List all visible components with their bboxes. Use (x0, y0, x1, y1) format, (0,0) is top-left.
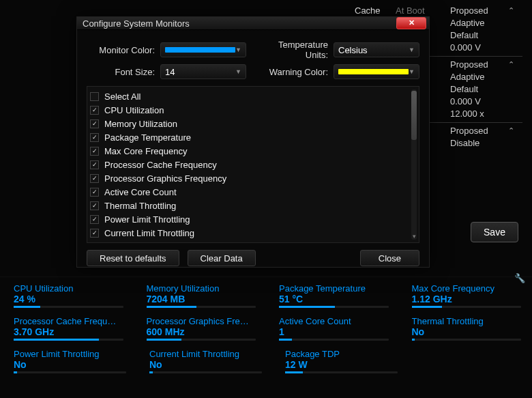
monitor-tile[interactable]: CPU Utilization24 % (14, 283, 123, 308)
monitor-tile[interactable]: Current Limit ThrottlingNo (149, 349, 262, 373)
chevron-down-icon[interactable]: ▾ (411, 233, 417, 240)
bg-row-header: Cache At Boot Proposed ⌃ (355, 4, 522, 16)
monitor-value: 51 °C (279, 294, 389, 304)
checklist-item[interactable]: Current Limit Throttling (90, 226, 413, 240)
monitor-title: Package TDP (285, 349, 398, 359)
checkbox[interactable] (90, 215, 99, 224)
configure-monitors-dialog: Configure System Monitors ✕ Monitor Colo… (76, 16, 430, 268)
bg-dis-v: Disable (450, 138, 505, 148)
chevron-down-icon: ▼ (235, 68, 241, 75)
monitor-tile[interactable]: Thermal ThrottlingNo (412, 316, 522, 341)
bg-proposed-header: Proposed (450, 5, 505, 16)
bg-b-r1-v: Adaptive (450, 72, 505, 82)
bg-a-r2-v: Default (450, 30, 505, 40)
chevron-up-icon[interactable]: ⌃ (505, 6, 514, 15)
dialog-title: Configure System Monitors (83, 18, 396, 29)
bg-b-r2-v: Default (450, 84, 505, 94)
wrench-icon[interactable]: 🔧 (514, 273, 525, 283)
checkbox[interactable] (90, 201, 99, 210)
chevron-down-icon: ▼ (235, 46, 241, 53)
monitor-value: 12 W (285, 359, 398, 370)
checklist-label: Power Limit Throttling (104, 214, 190, 225)
bg-p1-v: Proposed (450, 59, 505, 70)
checklist-item[interactable]: Package Temperature (90, 130, 413, 144)
monitor-value: 1 (279, 326, 389, 337)
checkbox[interactable] (90, 119, 99, 128)
monitor-title: Current Limit Throttling (149, 349, 262, 359)
monitor-tile[interactable]: Processor Cache Frequ…3.70 GHz (14, 316, 123, 341)
checklist-item[interactable]: Power Limit Throttling (90, 212, 413, 226)
monitor-tile[interactable]: Max Core Frequency1.12 GHz (412, 283, 522, 308)
monitor-bar (279, 339, 389, 341)
checklist-label: Package Temperature (104, 132, 191, 143)
monitor-tile[interactable]: Processor Graphics Fre…600 MHz (147, 316, 256, 341)
checklist-item[interactable]: Thermal Throttling (90, 199, 413, 212)
reset-defaults-button[interactable]: Reset to defaults (87, 250, 179, 266)
monitor-title: Processor Graphics Fre… (147, 316, 256, 326)
monitor-value: 3.70 GHz (14, 326, 123, 337)
checkbox[interactable] (90, 160, 99, 169)
checklist-item[interactable]: CPU Utilization (90, 103, 413, 117)
monitor-tile[interactable]: Package Temperature51 °C (279, 283, 389, 308)
monitor-bar (149, 371, 262, 373)
monitor-tile[interactable]: Package TDP12 W (285, 349, 398, 373)
monitor-title: Thermal Throttling (412, 316, 522, 326)
dialog-titlebar[interactable]: Configure System Monitors ✕ (77, 17, 429, 30)
checkbox[interactable] (90, 92, 99, 101)
scrollbar-thumb[interactable] (411, 91, 417, 140)
font-size-combo[interactable]: 14 ▼ (160, 64, 246, 79)
warning-color-combo[interactable]: ▼ (334, 64, 419, 79)
monitor-checklist[interactable]: Select AllCPU UtilizationMemory Utilizat… (87, 86, 419, 243)
checklist-item[interactable]: Max Core Frequency (90, 144, 413, 158)
bg-b-r3-v: 0.000 V (450, 96, 505, 106)
temp-units-label: Temperature Units: (260, 40, 328, 60)
chevron-up-icon[interactable]: ⌃ (505, 60, 514, 69)
bg-a-r1-v: Adaptive (450, 18, 505, 28)
warning-color-label: Warning Color: (260, 67, 328, 77)
monitor-tile[interactable]: Power Limit ThrottlingNo (14, 349, 126, 373)
monitor-title: CPU Utilization (14, 283, 123, 294)
monitor-tile[interactable]: Memory Utilization7204 MB (147, 283, 256, 308)
section-divider (0, 276, 532, 277)
checkbox[interactable] (90, 229, 99, 238)
monitor-bar (147, 339, 256, 341)
checklist-item[interactable]: Processor Graphics Frequency (90, 171, 413, 185)
chevron-up-icon[interactable]: ⌃ (505, 126, 514, 135)
checklist-item[interactable]: Processor Cache Frequency (90, 158, 413, 171)
checklist-item[interactable]: Memory Utilization (90, 117, 413, 130)
monitor-tile[interactable]: Active Core Count1 (279, 316, 389, 341)
monitor-title: Power Limit Throttling (14, 349, 126, 359)
close-icon[interactable]: ✕ (396, 17, 426, 29)
checklist-label: Thermal Throttling (104, 201, 176, 211)
monitor-title: Active Core Count (279, 316, 389, 326)
bg-b-r4-v: 12.000 x (450, 109, 505, 119)
checkbox[interactable] (90, 147, 99, 156)
checkbox[interactable] (90, 174, 99, 183)
scrollbar[interactable]: ▾ (411, 89, 417, 240)
checkbox[interactable] (90, 188, 99, 197)
bg-cache-label: Cache (355, 5, 396, 16)
checklist-label: Processor Graphics Frequency (104, 173, 226, 184)
temp-units-combo[interactable]: Celsius ▼ (334, 42, 419, 57)
warning-color-swatch (338, 69, 409, 74)
checklist-label: Select All (104, 91, 141, 102)
monitor-value: 7204 MB (147, 294, 256, 304)
checklist-label: Current Limit Throttling (104, 228, 194, 238)
checklist-label: Memory Utilization (104, 119, 177, 129)
monitor-bar (14, 371, 126, 373)
save-button[interactable]: Save (471, 222, 518, 242)
font-size-label: Font Size: (87, 67, 155, 77)
monitor-bar (147, 306, 256, 308)
checklist-label: Active Core Count (104, 187, 177, 197)
close-button[interactable]: Close (360, 250, 419, 266)
monitor-bar (412, 306, 522, 308)
clear-data-button[interactable]: Clear Data (188, 250, 256, 266)
checkbox[interactable] (90, 106, 99, 115)
bg-atboot-header: At Boot (396, 5, 450, 16)
monitor-bar (412, 339, 522, 341)
checklist-item[interactable]: Active Core Count (90, 185, 413, 199)
checkbox[interactable] (90, 133, 99, 142)
monitor-color-combo[interactable]: ▼ (160, 42, 246, 57)
checklist-item[interactable]: Select All (90, 89, 413, 103)
monitor-value: No (412, 326, 522, 337)
